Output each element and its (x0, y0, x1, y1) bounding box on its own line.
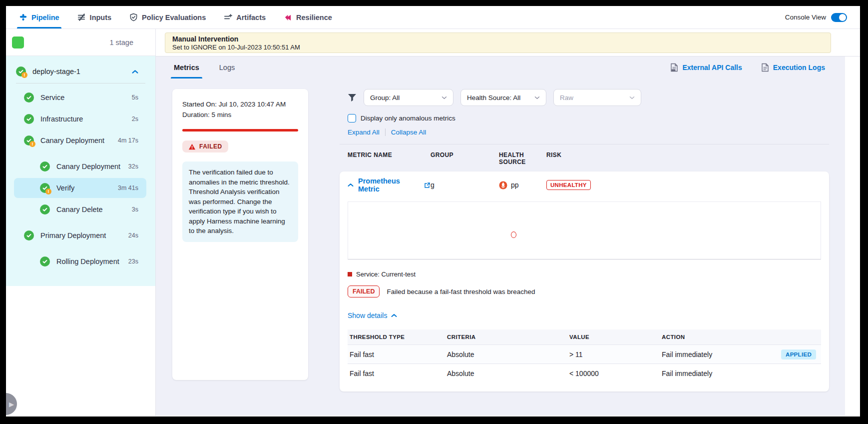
step-name: Primary Deployment (40, 232, 106, 240)
step-row-rolling-deployment[interactable]: Rolling Deployment 23s (6, 252, 155, 272)
execution-sidebar: 1 stage deploy-stage-1 Service 5s (6, 29, 156, 416)
stage-status-chip (12, 36, 24, 48)
threshold-type: Fail fast (350, 370, 447, 378)
group-filter-dropdown[interactable]: Group: All (364, 89, 453, 106)
status-success-icon (24, 230, 34, 240)
risk-badge-unhealthy: UNHEALTHY (546, 180, 591, 190)
step-duration: 5s (132, 94, 138, 101)
chevron-up-icon[interactable] (348, 183, 354, 187)
sidebar-expand-button[interactable]: ▶ (6, 393, 17, 415)
metrics-panel: Group: All Health Source: All Raw (340, 89, 829, 416)
metric-health-source-cell: pp (499, 181, 546, 190)
tab-policy-evaluations[interactable]: Policy Evaluations (129, 6, 206, 28)
metric-chart[interactable] (348, 202, 821, 260)
external-link-icon[interactable] (424, 182, 431, 188)
step-row-infrastructure[interactable]: Infrastructure 2s (6, 109, 155, 129)
step-row-canary-delete[interactable]: Canary Delete 3s (6, 200, 155, 220)
divider (340, 144, 829, 144)
step-name: Canary Deployment (56, 162, 120, 170)
legend-label: Service: Current-test (356, 270, 416, 278)
anomalous-metrics-label: Display only anomalous metrics (361, 114, 455, 122)
step-duration: 23s (128, 258, 138, 265)
column-header: RISK (546, 152, 829, 166)
status-success-icon (40, 256, 50, 266)
tab-inputs[interactable]: Inputs (77, 6, 112, 28)
tab-logs[interactable]: Logs (219, 56, 235, 78)
step-duration: 24s (128, 232, 138, 239)
resilience-icon (284, 13, 292, 22)
step-name: Canary Deployment (40, 136, 104, 144)
step-row-canary-deployment[interactable]: Canary Deployment 32s (6, 156, 155, 176)
status-warning-icon (24, 136, 34, 146)
threshold-criteria: Absolute (447, 370, 569, 378)
tab-label: Pipeline (31, 14, 59, 22)
metric-group-cell: g (431, 181, 499, 189)
step-row-service[interactable]: Service 5s (6, 88, 155, 108)
banner-title: Manual Intervention (172, 35, 824, 43)
stage-summary-row: 1 stage (6, 29, 155, 56)
manual-intervention-banner: Manual Intervention Set to IGNORE on 10-… (165, 32, 831, 53)
tab-metrics[interactable]: Metrics (174, 56, 199, 78)
collapse-all-link[interactable]: Collapse All (391, 128, 427, 136)
anomalous-metrics-checkbox[interactable] (348, 114, 356, 122)
threshold-criteria: Absolute (447, 350, 569, 358)
view-tab-row: Metrics Logs External API Calls Executio… (156, 56, 845, 78)
shield-check-icon (129, 13, 138, 22)
banner-strip: Manual Intervention Set to IGNORE on 10-… (156, 29, 860, 56)
tab-label: Artifacts (236, 14, 266, 22)
column-header: CRITERIA (447, 334, 569, 340)
status-badge: FAILED (182, 140, 228, 152)
show-details-link[interactable]: Show details (348, 312, 821, 320)
health-source-filter-dropdown[interactable]: Health Source: All (460, 89, 546, 106)
anomalous-data-point[interactable] (511, 232, 516, 238)
step-name: Canary Delete (56, 206, 103, 214)
step-row-primary-deployment[interactable]: Primary Deployment 24s (6, 226, 155, 246)
threshold-value: > 11 (569, 350, 662, 358)
artifacts-icon (224, 13, 232, 22)
column-header: VALUE (569, 334, 662, 340)
duration: Duration: 5 mins (182, 110, 298, 120)
stage-count: 1 stage (109, 38, 133, 46)
chevron-down-icon (441, 96, 447, 100)
scroll-gutter[interactable] (845, 56, 860, 416)
divider (16, 83, 145, 84)
threshold-row: Fail fast Absolute < 100000 Fail immedia… (348, 364, 821, 382)
step-name: Verify (56, 184, 74, 192)
inputs-icon (77, 13, 86, 22)
column-header: GROUP (431, 152, 499, 166)
threshold-action: Fail immediately APPLIED (662, 350, 821, 360)
funnel-icon (348, 94, 357, 102)
step-row-verify[interactable]: Verify 3m 41s (14, 178, 146, 198)
column-header: ACTION (662, 334, 821, 340)
applied-badge: APPLIED (781, 350, 816, 360)
step-row-canary-deployment-group[interactable]: Canary Deployment 4m 17s (6, 130, 155, 150)
status-success-icon (24, 92, 34, 102)
anomalous-filter-row: Display only anomalous metrics (340, 114, 829, 122)
chevron-up-icon[interactable] (132, 70, 138, 74)
column-header: METRIC NAME (348, 152, 431, 166)
stage-name: deploy-stage-1 (32, 68, 80, 76)
verification-message: The verification failed due to anomalies… (182, 162, 298, 242)
api-document-icon (670, 63, 678, 72)
tab-artifacts[interactable]: Artifacts (224, 6, 266, 28)
chevron-down-icon (629, 96, 635, 100)
stage-row-deploy-stage-1[interactable]: deploy-stage-1 (6, 61, 155, 82)
metric-risk-cell: UNHEALTHY (546, 180, 821, 190)
raw-filter-dropdown[interactable]: Raw (553, 89, 641, 106)
legend-swatch (348, 272, 352, 276)
execution-logs-link[interactable]: Execution Logs (761, 63, 825, 72)
tab-pipeline[interactable]: Pipeline (19, 6, 59, 28)
status-success-icon (40, 162, 50, 172)
status-success-icon (40, 204, 50, 214)
tab-resilience[interactable]: Resilience (284, 6, 332, 28)
console-view-control: Console View (785, 6, 860, 28)
external-api-calls-link[interactable]: External API Calls (670, 63, 742, 72)
expand-all-link[interactable]: Expand All (348, 128, 380, 136)
metric-name-cell[interactable]: Prometheus Metric (348, 177, 431, 193)
pipeline-icon (19, 13, 27, 22)
warning-triangle-icon (188, 144, 196, 150)
console-view-toggle[interactable] (831, 13, 847, 22)
metric-row-prometheus: Prometheus Metric g pp (348, 172, 821, 198)
chevron-up-icon (391, 314, 397, 318)
toggle-knob (839, 14, 846, 21)
